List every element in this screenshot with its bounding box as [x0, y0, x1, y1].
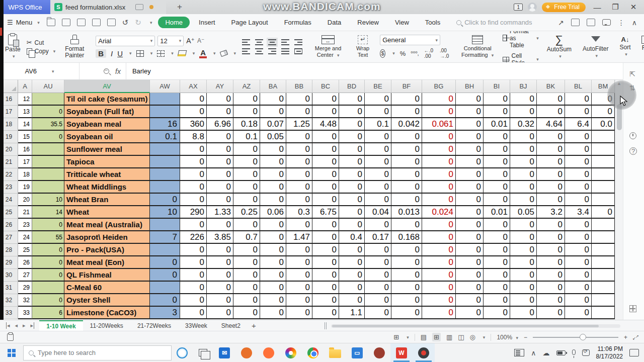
cell-BG27[interactable]: 0.168 [391, 231, 422, 244]
split-view-icon[interactable]: ⇱ [629, 70, 635, 78]
tab-split-handle[interactable] [325, 322, 327, 329]
cell-BL28[interactable]: 0 [537, 244, 565, 256]
decrease-decimal-icon[interactable]: ←.0 .00 [424, 48, 435, 59]
cell-BG20[interactable]: 0 [391, 143, 422, 156]
align-right-icon[interactable] [268, 48, 276, 54]
cell-BM20[interactable]: 0 [565, 143, 592, 156]
cell-A29[interactable]: 26 [18, 256, 32, 269]
cell-BJ33[interactable]: 0 [484, 307, 510, 319]
cell-AU33[interactable]: 6 [32, 307, 64, 319]
horizontal-scrollbar[interactable] [331, 324, 620, 328]
cut-button[interactable]: ✂ Cut [27, 39, 56, 46]
cell-BC19[interactable]: 0 [286, 131, 312, 143]
cell-AW23[interactable] [150, 181, 180, 194]
merge-center-button[interactable]: Merge and Center ▾ [308, 35, 348, 58]
cell-BC16[interactable]: 0 [286, 93, 312, 106]
cell-BM17[interactable]: 0 [565, 106, 592, 118]
last-sheet-icon[interactable]: ▸ [31, 322, 35, 329]
cell-BL27[interactable]: 0 [537, 231, 565, 244]
cell-BA18[interactable]: 0.18 [233, 118, 260, 131]
cell-AU25[interactable]: 14 [32, 206, 64, 219]
cell-BK27[interactable]: 0 [510, 231, 537, 244]
add-sheet-button[interactable]: + [248, 321, 260, 330]
cell-BI29[interactable]: 0 [456, 256, 484, 269]
cell-32[interactable] [592, 294, 615, 307]
free-trial-button[interactable]: Free Trial [542, 3, 586, 12]
cell-BM25[interactable]: 3.4 [565, 206, 592, 219]
increase-decimal-icon[interactable]: .00 →.0 [440, 48, 450, 59]
cell-BF23[interactable]: 0 [365, 181, 391, 194]
cell-BK30[interactable]: 0 [510, 269, 537, 282]
cell-BB32[interactable]: 0 [260, 294, 286, 307]
cell-AY30[interactable]: 0 [180, 269, 207, 282]
cell-20[interactable] [592, 143, 615, 156]
cell-BA22[interactable]: 0 [233, 168, 260, 181]
main-menu-button[interactable]: ☰ Menu ▾ [0, 19, 45, 26]
cell-AY23[interactable]: 0 [180, 181, 207, 194]
column-header-AZ[interactable]: AZ [233, 80, 260, 93]
cell-BG18[interactable]: 0.042 [391, 118, 422, 131]
presentation-monitor-icon[interactable] [135, 4, 143, 10]
cell-BB31[interactable]: 0 [260, 282, 286, 294]
cell-BI26[interactable]: 0 [456, 219, 484, 231]
cell-AZ18[interactable]: 6.96 [207, 118, 233, 131]
redo-icon[interactable]: ↻ [135, 18, 141, 27]
cell-AW28[interactable] [150, 244, 180, 256]
cell-BL29[interactable]: 0 [537, 256, 565, 269]
font-name-select[interactable]: Arial▾ [96, 36, 155, 46]
first-sheet-icon[interactable]: ◂ [6, 322, 10, 329]
upload-icon[interactable] [571, 19, 580, 26]
cell-BA21[interactable]: 0 [233, 156, 260, 168]
cell-BF28[interactable]: 0 [365, 244, 391, 256]
cell-BL31[interactable]: 0 [537, 282, 565, 294]
cell-AZ22[interactable]: 0 [207, 168, 233, 181]
format-as-table-button[interactable]: Format as Table▾ [503, 31, 539, 49]
folder-icon[interactable] [324, 343, 346, 362]
cell-BI17[interactable]: 0 [456, 106, 484, 118]
cell-BG22[interactable]: 0 [391, 168, 422, 181]
photos-icon[interactable] [235, 343, 258, 362]
cell-BH33[interactable]: 0 [422, 307, 456, 319]
cell-BD25[interactable]: 6.75 [312, 206, 339, 219]
cell-BC31[interactable]: 0 [286, 282, 312, 294]
cell-AV29[interactable]: Meat meal (Eon) [64, 256, 150, 269]
align-top-icon[interactable] [242, 39, 250, 45]
cell-BM28[interactable]: 0 [565, 244, 592, 256]
cell-BB33[interactable]: 0 [260, 307, 286, 319]
cell-BK19[interactable]: 0 [510, 131, 537, 143]
cell-AZ33[interactable]: 0 [207, 307, 233, 319]
cell-BJ32[interactable]: 0 [484, 294, 510, 307]
sheet-tab-33week[interactable]: 33Week [178, 321, 214, 331]
cell-BH31[interactable]: 0 [422, 282, 456, 294]
media-icon[interactable] [368, 343, 390, 362]
cell-29[interactable] [592, 256, 615, 269]
cell-BE24[interactable]: 0 [339, 194, 365, 206]
cell-BK32[interactable]: 0 [510, 294, 537, 307]
cell-AW29[interactable]: 0 [150, 256, 180, 269]
cell-BA20[interactable]: 0 [233, 143, 260, 156]
cell-BD20[interactable]: 0 [312, 143, 339, 156]
cell-AY32[interactable]: 0 [180, 294, 207, 307]
cell-BL18[interactable]: 4.64 [537, 118, 565, 131]
cell-BE18[interactable]: 0 [339, 118, 365, 131]
reading-view-icon[interactable]: ◎ [470, 333, 475, 341]
tab-review[interactable]: Review [350, 17, 386, 28]
cell-BA16[interactable]: 0 [233, 93, 260, 106]
cell-BB28[interactable]: 0 [260, 244, 286, 256]
cell-AY16[interactable]: 0 [180, 93, 207, 106]
cell-AU18[interactable]: 35.5 [32, 118, 64, 131]
comma-style-icon[interactable]: ⁰⁰⁰, [411, 50, 419, 57]
cell-BG30[interactable]: 0 [391, 269, 422, 282]
cell-A24[interactable]: 20 [18, 194, 32, 206]
cell-BG28[interactable]: 0 [391, 244, 422, 256]
fill-button[interactable]: ↓ Fill ▾ [639, 35, 644, 58]
cell-BD31[interactable]: 0 [312, 282, 339, 294]
cell-AW19[interactable]: 0.1 [150, 131, 180, 143]
insert-function-button[interactable]: fx [115, 67, 121, 75]
maximize-button[interactable]: ❐ [609, 3, 622, 12]
update-icon[interactable] [582, 349, 590, 356]
cell-AU28[interactable]: 0 [32, 244, 64, 256]
cell-25[interactable]: 0 [592, 206, 615, 219]
cell-A27[interactable]: 24 [18, 231, 32, 244]
tab-page-layout[interactable]: Page Layout [224, 17, 275, 28]
